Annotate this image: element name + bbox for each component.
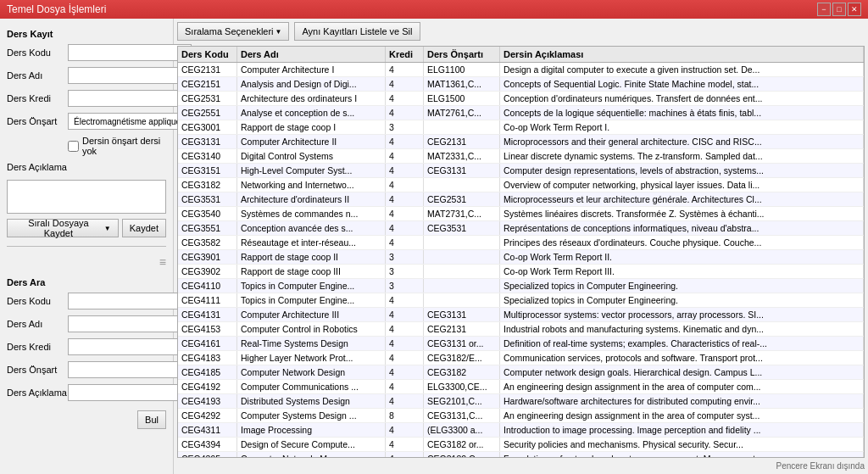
- table-cell: Digital Control Systems: [237, 149, 386, 163]
- table-cell: CEG4395: [178, 452, 237, 457]
- table-cell: MAT2731,C...: [424, 207, 500, 220]
- table-row[interactable]: CEG4183Higher Layer Network Prot...4CEG3…: [178, 351, 864, 365]
- table-row[interactable]: CEG3551Conception avancée des s...4CEG35…: [178, 221, 864, 236]
- table-cell: CEG2151: [178, 77, 237, 91]
- kaydet-button[interactable]: Kaydet: [122, 219, 166, 237]
- table-cell: ELG1500: [424, 92, 500, 105]
- table-cell: Computer Architecture III: [237, 308, 386, 321]
- table-cell: CEG3182: [178, 178, 237, 192]
- footer-text: Pencere Ekranı dışında: [177, 461, 865, 471]
- table-cell: Communication services, protocols and so…: [500, 351, 864, 365]
- table-row[interactable]: CEG3531Architecture d'ordinateurs II4CEG…: [178, 192, 864, 207]
- table-cell: 3: [386, 279, 424, 293]
- table-row[interactable]: CEG2131Computer Architecture I4ELG1100De…: [178, 63, 864, 77]
- table-cell: CEG2531: [424, 192, 500, 206]
- window-controls: − □ ✕: [817, 3, 861, 16]
- table-cell: Computer network design goals. Hierarchi…: [500, 365, 864, 379]
- table-row[interactable]: CEG4111Topics in Computer Engine...4Spec…: [178, 293, 864, 308]
- table-row[interactable]: CEG3151High-Level Computer Syst...4CEG31…: [178, 164, 864, 178]
- table-cell: 4: [386, 178, 424, 192]
- table-row[interactable]: CEG4185Computer Network Design4CEG3182Co…: [178, 365, 864, 380]
- table-row[interactable]: CEG4193Distributed Systems Design4SEG210…: [178, 394, 864, 409]
- table-cell: CEG3182/E...: [424, 351, 500, 365]
- table-cell: [424, 236, 500, 249]
- dropdown-arrow-icon: ▼: [104, 225, 111, 232]
- search-button[interactable]: Bul: [137, 410, 166, 429]
- table-row[interactable]: CEG3540Systèmes de commandes n...4MAT273…: [178, 207, 864, 221]
- table-cell: Concepts de la logique séquentielle: mac…: [500, 106, 864, 120]
- table-cell: 3: [386, 265, 424, 278]
- table-cell: Foundations of network and system manage…: [500, 452, 864, 457]
- table-cell: CEG4292: [178, 409, 237, 422]
- table-cell: Architecture d'ordinateurs II: [237, 192, 386, 206]
- delete-duplicates-button[interactable]: Aynı Kayıtları Listele ve Sil: [294, 22, 420, 41]
- table-row[interactable]: CEG3140Digital Control Systems4MAT2331,C…: [178, 149, 864, 164]
- table-cell: CEG3140: [178, 149, 237, 163]
- table-cell: CEG2531: [178, 92, 237, 105]
- table-cell: CEG4185: [178, 365, 237, 379]
- maximize-button[interactable]: □: [832, 3, 846, 16]
- table-row[interactable]: CEG2531Architecture des ordinateurs I4EL…: [178, 92, 864, 106]
- ders-adi-row: Ders Adı: [7, 67, 166, 84]
- table-row[interactable]: CEG3131Computer Architecture II4CEG2131M…: [178, 135, 864, 149]
- close-button[interactable]: ✕: [848, 3, 861, 16]
- table-cell: Distributed Systems Design: [237, 394, 386, 408]
- table-row[interactable]: CEG3582Réseautage et inter-réseau...4Pri…: [178, 236, 864, 250]
- table-cell: Hardware/software architectures for dist…: [500, 394, 864, 408]
- table-cell: 4: [386, 106, 424, 120]
- table-cell: (ELG3300 a...: [424, 423, 500, 437]
- minimize-button[interactable]: −: [817, 3, 831, 16]
- table-body[interactable]: CEG2131Computer Architecture I4ELG1100De…: [178, 63, 864, 457]
- header-dersin-aciklamasi: Dersin Açıklaması: [500, 47, 864, 62]
- header-ders-onsarti: Ders Önşartı: [424, 47, 500, 62]
- table-cell: Introduction to image processing. Image …: [500, 423, 864, 437]
- table-row[interactable]: CEG4394Design of Secure Compute...4CEG31…: [178, 438, 864, 452]
- table-row[interactable]: CEG4131Computer Architecture III4CEG3131…: [178, 308, 864, 322]
- table-row[interactable]: CEG3902Rapport de stage coop III3Co-op W…: [178, 265, 864, 279]
- table-row[interactable]: CEG2151Analysis and Design of Digi...4MA…: [178, 77, 864, 92]
- ders-aciklama-input[interactable]: [7, 180, 166, 214]
- left-panel: Ders Kayıt Ders Kodu Ders Adı Ders Kredi…: [0, 19, 174, 474]
- table-row[interactable]: CEG4110Topics in Computer Engine...3Spec…: [178, 279, 864, 293]
- table-cell: CEG3131 or...: [424, 337, 500, 350]
- table-row[interactable]: CEG4153Computer Control in Robotics4CEG2…: [178, 322, 864, 337]
- table-row[interactable]: CEG3901Rapport de stage coop II3Co-op Wo…: [178, 250, 864, 265]
- table-row[interactable]: CEG4161Real-Time Systems Design4CEG3131 …: [178, 337, 864, 351]
- table-cell: CEG3582: [178, 236, 237, 249]
- table-cell: [424, 250, 500, 264]
- table-row[interactable]: CEG3001Rapport de stage coop I3Co-op Wor…: [178, 120, 864, 135]
- table-cell: Security policies and mechanisms. Physic…: [500, 438, 864, 451]
- ders-onkart-row: Ders Önşart Électromagnétisme appliqué..…: [7, 113, 166, 130]
- table-cell: Computer Architecture II: [237, 135, 386, 148]
- table-row[interactable]: CEG4192Computer Communications ...4ELG33…: [178, 380, 864, 394]
- table-row[interactable]: CEG3182Networking and Internetwo...4Over…: [178, 178, 864, 192]
- table-cell: CEG3182,C...: [424, 452, 500, 457]
- table-cell: Definition of real-time systems; example…: [500, 337, 864, 350]
- table-cell: CEG3131,C...: [424, 409, 500, 422]
- table-cell: MAT1361,C...: [424, 77, 500, 91]
- siralı-kaydet-button[interactable]: Sıralı Dosyaya Kaydet ▼: [7, 219, 119, 237]
- table-cell: CEG4394: [178, 438, 237, 451]
- header-kredi: Kredi: [386, 47, 424, 62]
- header-ders-kodu: Ders Kodu: [178, 47, 237, 62]
- table-cell: Conception d'ordinateurs numériques. Tra…: [500, 92, 864, 105]
- onkart-checkbox[interactable]: [68, 141, 79, 152]
- table-cell: 8: [386, 409, 424, 422]
- table-cell: Conception avancée des s...: [237, 221, 386, 235]
- table-cell: Systèmes linéaires discrets. Transformée…: [500, 207, 864, 220]
- table-cell: Specialized topics in Computer Engineeri…: [500, 293, 864, 307]
- search-ders-onkart-label: Ders Önşart: [7, 365, 68, 375]
- table-row[interactable]: CEG2551Analyse et conception de s...4MAT…: [178, 106, 864, 120]
- table-cell: Computer Network: Manag...: [237, 452, 386, 457]
- table-cell: 3: [386, 120, 424, 134]
- table-row[interactable]: CEG4395Computer Network: Manag...4CEG318…: [178, 452, 864, 457]
- table-row[interactable]: CEG4311Image Processing4(ELG3300 a...Int…: [178, 423, 864, 438]
- table-cell: Networking and Internetwo...: [237, 178, 386, 192]
- table-cell: 4: [386, 149, 424, 163]
- table-cell: Computer Architecture I: [237, 63, 386, 76]
- table-cell: An engineering design assignment in the …: [500, 409, 864, 422]
- sort-button[interactable]: Sıralama Seçenekleri ▼: [177, 22, 289, 41]
- table-row[interactable]: CEG4292Computer Systems Design ...8CEG31…: [178, 409, 864, 423]
- table-cell: Image Processing: [237, 423, 386, 437]
- header-ders-adi: Ders Adı: [237, 47, 386, 62]
